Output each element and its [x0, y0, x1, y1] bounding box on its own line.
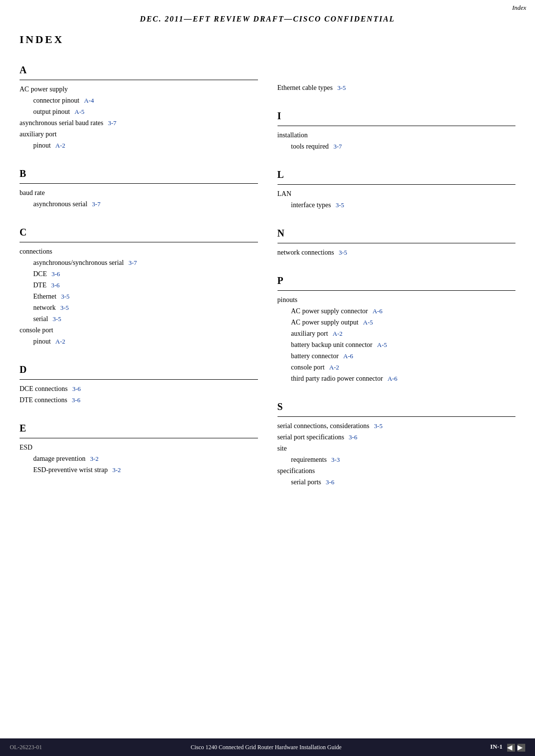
entry-pinout-bbu: battery backup unit connector A-5 — [278, 340, 516, 350]
entry-ac-power-supply: AC power supply — [20, 84, 258, 94]
ref-conn-ethernet[interactable]: 3-5 — [61, 293, 69, 300]
entry-installation: installation — [278, 130, 516, 140]
document-header: DEC. 2011—EFT REVIEW DRAFT—CISCO CONFIDE… — [0, 0, 535, 28]
entry-aux-pinout: pinout A-2 — [20, 140, 258, 151]
section-letter-l: L — [278, 169, 516, 180]
entry-baud-rate: baud rate — [20, 188, 258, 198]
main-content: A AC power supply connector pinout A-4 o… — [0, 56, 535, 488]
ref-connector-pinout[interactable]: A-4 — [84, 97, 94, 104]
top-right-label: Index — [512, 4, 526, 12]
entry-esd: ESD — [20, 442, 258, 453]
ref-conn-serial[interactable]: 3-5 — [53, 315, 61, 323]
ref-tools-required[interactable]: 3-7 — [333, 143, 342, 150]
entry-serial-considerations: serial connections, considerations 3-5 — [278, 421, 516, 431]
entry-pinout-console: console port A-2 — [278, 362, 516, 372]
divider-a — [20, 80, 258, 80]
entry-conn-dte: DTE 3-6 — [20, 280, 258, 290]
entry-output-pinout: output pinout A-5 — [20, 107, 258, 117]
ref-pinout-radio[interactable]: A-6 — [387, 375, 397, 382]
ref-serial-port-spec[interactable]: 3-6 — [349, 433, 357, 441]
entry-spec-serial-ports: serial ports 3-6 — [278, 477, 516, 487]
divider-b — [20, 183, 258, 184]
entry-site: site — [278, 443, 516, 454]
entry-dce-conn: DCE connections 3-6 — [20, 384, 258, 394]
ref-conn-dte[interactable]: 3-6 — [51, 281, 60, 289]
footer-center: Cisco 1240 Connected Grid Router Hardwar… — [42, 744, 490, 751]
section-letter-e: E — [20, 423, 258, 434]
entry-pinout-aux: auxiliary port A-2 — [278, 328, 516, 339]
entry-conn-dce: DCE 3-6 — [20, 269, 258, 279]
ref-conn-network[interactable]: 3-5 — [60, 304, 68, 311]
entry-serial-port-spec: serial port specifications 3-6 — [278, 432, 516, 442]
index-title: INDEX — [0, 33, 535, 46]
entry-pinout-ac-output: AC power supply output A-5 — [278, 317, 516, 327]
entry-network-conn: network connections 3-5 — [278, 247, 516, 258]
ref-conn-dce[interactable]: 3-6 — [52, 270, 60, 278]
entry-lan: LAN — [278, 189, 516, 199]
entry-baud-async: asynchronous serial 3-7 — [20, 199, 258, 209]
entry-site-requirements: requirements 3-3 — [278, 454, 516, 465]
ref-baud-async[interactable]: 3-7 — [92, 200, 100, 208]
section-letter-i: I — [278, 110, 516, 122]
ref-pinout-ac-output[interactable]: A-5 — [363, 319, 373, 326]
footer-page-number: IN-1 — [490, 743, 502, 750]
divider-n — [278, 243, 516, 243]
left-column: A AC power supply connector pinout A-4 o… — [20, 56, 258, 488]
ref-lan-interface[interactable]: 3-5 — [336, 201, 344, 209]
footer-nav-prev[interactable]: ◀ — [507, 744, 515, 752]
ref-ethernet-cable[interactable]: 3-5 — [338, 84, 346, 91]
entry-pinouts: pinouts — [278, 295, 516, 305]
ref-dte-conn[interactable]: 3-6 — [72, 396, 80, 404]
entry-esd-damage: damage prevention 3-2 — [20, 454, 258, 464]
ref-output-pinout[interactable]: A-5 — [75, 108, 85, 115]
ref-pinout-battery[interactable]: A-6 — [343, 352, 353, 360]
ref-pinout-bbu[interactable]: A-5 — [377, 341, 387, 348]
footer: OL-26223-01 Cisco 1240 Connected Grid Ro… — [0, 738, 535, 756]
entry-console-port: console port — [20, 325, 258, 335]
ref-spec-serial-ports[interactable]: 3-6 — [326, 478, 334, 486]
section-letter-d: D — [20, 364, 258, 375]
entry-conn-network: network 3-5 — [20, 302, 258, 313]
entry-ethernet-cable: Ethernet cable types 3-5 — [278, 83, 516, 93]
ref-conn-async-sync[interactable]: 3-7 — [128, 259, 137, 266]
ref-dce-conn[interactable]: 3-6 — [72, 385, 81, 392]
entry-auxiliary-port: auxiliary port — [20, 129, 258, 139]
entry-pinout-battery: battery connector A-6 — [278, 351, 516, 361]
entry-conn-async-sync: asynchronous/synchronous serial 3-7 — [20, 258, 258, 268]
entry-lan-interface: interface types 3-5 — [278, 200, 516, 210]
divider-d — [20, 379, 258, 380]
entry-tools-required: tools required 3-7 — [278, 141, 516, 151]
entry-connections: connections — [20, 246, 258, 257]
divider-e — [20, 438, 258, 438]
entry-pinout-ac-connector: AC power supply connector A-6 — [278, 306, 516, 316]
ref-aux-pinout[interactable]: A-2 — [55, 142, 65, 149]
section-letter-s: S — [278, 401, 516, 412]
ref-pinout-aux[interactable]: A-2 — [333, 330, 342, 337]
ref-esd-damage[interactable]: 3-2 — [90, 455, 98, 462]
ref-esd-wrist[interactable]: 3-2 — [112, 466, 121, 474]
ref-pinout-console[interactable]: A-2 — [329, 364, 339, 371]
divider-i — [278, 126, 516, 126]
ref-async-baud[interactable]: 3-7 — [108, 119, 116, 127]
entry-specifications: specifications — [278, 466, 516, 476]
entry-dte-conn: DTE connections 3-6 — [20, 395, 258, 405]
footer-nav-next[interactable]: ▶ — [517, 744, 525, 752]
entry-conn-serial: serial 3-5 — [20, 314, 258, 324]
divider-l — [278, 184, 516, 185]
section-letter-a: A — [20, 65, 258, 76]
ref-site-requirements[interactable]: 3-3 — [331, 456, 340, 463]
section-letter-p: P — [278, 275, 516, 286]
right-column: Ethernet cable types 3-5 I installation … — [278, 56, 516, 488]
divider-s — [278, 416, 516, 417]
entry-async-baud: asynchronous serial baud rates 3-7 — [20, 118, 258, 128]
ref-serial-considerations[interactable]: 3-5 — [374, 422, 383, 430]
entry-console-pinout: pinout A-2 — [20, 336, 258, 346]
divider-p — [278, 290, 516, 291]
entry-esd-wrist: ESD-preventive wrist strap 3-2 — [20, 465, 258, 475]
section-letter-c: C — [20, 227, 258, 238]
ref-network-conn[interactable]: 3-5 — [339, 249, 347, 256]
ref-pinout-ac-connector[interactable]: A-6 — [372, 307, 382, 315]
divider-c — [20, 242, 258, 242]
entry-conn-ethernet: Ethernet 3-5 — [20, 291, 258, 302]
ref-console-pinout[interactable]: A-2 — [55, 338, 65, 345]
